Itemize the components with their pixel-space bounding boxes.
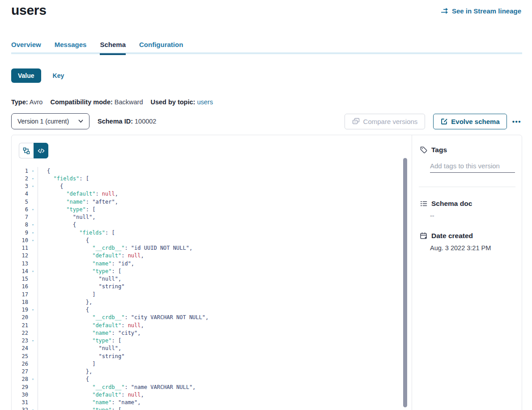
code-line-text: "__crdb__": "id UUID NOT NULL", <box>38 245 192 251</box>
key-toggle-button[interactable]: Key <box>53 72 64 79</box>
compare-versions-icon <box>352 118 360 125</box>
version-select[interactable]: Version 1 (current) <box>11 113 89 129</box>
line-gutter: 32▾ <box>12 407 38 410</box>
value-key-toggle: Value Key <box>11 68 64 83</box>
line-gutter: 4 <box>12 191 38 197</box>
schema-id-value: 100002 <box>135 118 156 125</box>
code-editor[interactable]: 1▾{2▾ "fields": [3▾ {4 "default": null,5… <box>12 167 412 410</box>
code-line: 28▾ { <box>12 376 412 383</box>
line-gutter: 24 <box>12 345 38 351</box>
code-line-text: }, <box>38 299 92 305</box>
line-gutter: 1▾ <box>12 168 38 174</box>
sidebar-divider <box>419 187 515 187</box>
fold-toggle-icon[interactable]: ▾ <box>28 169 38 173</box>
line-gutter: 23▾ <box>12 337 38 344</box>
fold-toggle-icon[interactable]: ▾ <box>28 238 38 243</box>
line-gutter: 5 <box>12 199 38 205</box>
line-number: 31 <box>12 399 28 406</box>
code-view-button[interactable] <box>34 143 48 158</box>
line-number: 26 <box>12 361 28 367</box>
line-number: 19 <box>12 307 28 313</box>
fold-toggle-icon[interactable]: ▾ <box>28 269 38 273</box>
fold-toggle-icon[interactable]: ▾ <box>28 207 38 212</box>
version-select-value: Version 1 (current) <box>17 118 69 125</box>
code-line: 27 }, <box>12 368 412 376</box>
code-scrollbar-thumb[interactable] <box>403 158 407 407</box>
code-line: 31 "name": "name", <box>12 399 412 406</box>
code-line: 7 "null", <box>12 214 412 221</box>
code-line-text: "null", <box>38 276 121 282</box>
evolve-schema-icon <box>440 118 447 125</box>
code-line: 3▾ { <box>12 183 412 190</box>
line-gutter: 8▾ <box>12 222 38 228</box>
fold-toggle-icon[interactable]: ▾ <box>28 184 38 188</box>
stream-lineage-link[interactable]: See in Stream lineage <box>441 7 521 15</box>
line-gutter: 2▾ <box>12 175 38 182</box>
line-gutter: 25 <box>12 353 38 359</box>
code-line: 6▾ "type": [ <box>12 205 412 213</box>
code-line-text: "name": "city", <box>38 330 141 336</box>
code-line: 9▾ "fields": [ <box>12 229 412 236</box>
code-line: 5 "name": "after", <box>12 198 412 205</box>
topic-link[interactable]: users <box>197 98 213 106</box>
line-number: 8 <box>12 222 28 228</box>
line-number: 23 <box>12 337 28 344</box>
value-toggle-button[interactable]: Value <box>11 68 41 83</box>
line-gutter: 30 <box>12 392 38 398</box>
fold-toggle-icon[interactable]: ▾ <box>28 308 38 312</box>
code-line: 4 "default": null, <box>12 190 412 198</box>
code-line: 11 "__crdb__": "id UUID NOT NULL", <box>12 244 412 252</box>
line-number: 25 <box>12 353 28 359</box>
stream-lineage-label: See in Stream lineage <box>452 7 521 15</box>
evolve-schema-button[interactable]: Evolve schema <box>433 114 506 129</box>
code-line-text: "null", <box>38 345 121 351</box>
code-line: 32▾ "type": [ <box>12 406 412 410</box>
tags-input[interactable] <box>430 161 515 173</box>
compare-versions-button[interactable]: Compare versions <box>345 114 426 129</box>
line-number: 13 <box>12 261 28 267</box>
schema-id-label: Schema ID: <box>98 118 133 125</box>
fold-toggle-icon[interactable]: ▾ <box>28 408 38 410</box>
fold-toggle-icon[interactable]: ▾ <box>28 222 38 227</box>
code-line-text: { <box>38 168 50 174</box>
code-line: 22 "name": "city", <box>12 329 412 337</box>
schema-sidebar: Tags Schema doc -- <box>412 135 522 410</box>
line-gutter: 21 <box>12 322 38 329</box>
fold-toggle-icon[interactable]: ▾ <box>28 377 38 381</box>
code-line: 26 ] <box>12 360 412 367</box>
code-line-text: "__crdb__": "name VARCHAR NULL", <box>38 384 196 390</box>
compare-versions-label: Compare versions <box>363 118 418 125</box>
line-gutter: 12 <box>12 252 38 259</box>
code-line-text: }, <box>38 368 92 375</box>
page-title: users <box>11 3 47 18</box>
schema-doc-heading: Schema doc <box>420 200 515 208</box>
code-line-text: "type": [ <box>38 407 121 410</box>
fold-toggle-icon[interactable]: ▾ <box>28 231 38 235</box>
code-pane: 1▾{2▾ "fields": [3▾ {4 "default": null,5… <box>12 135 412 410</box>
schema-doc-section: Schema doc -- <box>420 200 515 219</box>
date-created-heading: Date created <box>420 232 515 240</box>
line-gutter: 15 <box>12 276 38 282</box>
more-actions-button[interactable]: ••• <box>511 116 522 127</box>
view-toggle <box>19 143 48 158</box>
line-gutter: 13 <box>12 261 38 267</box>
code-line-text: "default": null, <box>38 252 144 259</box>
line-number: 18 <box>12 299 28 305</box>
code-view-icon <box>37 147 45 155</box>
fold-toggle-icon[interactable]: ▾ <box>28 176 38 181</box>
line-gutter: 7 <box>12 214 38 220</box>
code-line-text: "string" <box>38 353 124 359</box>
code-line: 25 "string" <box>12 352 412 360</box>
code-line: 19▾ { <box>12 306 412 314</box>
tree-view-button[interactable] <box>19 143 34 158</box>
line-number: 5 <box>12 199 28 205</box>
code-line: 1▾{ <box>12 167 412 175</box>
line-number: 15 <box>12 276 28 282</box>
code-line: 8▾ { <box>12 221 412 229</box>
code-line: 17 ] <box>12 290 412 298</box>
code-line: 14▾ "type": [ <box>12 267 412 275</box>
fold-toggle-icon[interactable]: ▾ <box>28 338 38 343</box>
line-number: 27 <box>12 368 28 375</box>
line-gutter: 22 <box>12 330 38 336</box>
code-line-text: ] <box>38 361 95 367</box>
